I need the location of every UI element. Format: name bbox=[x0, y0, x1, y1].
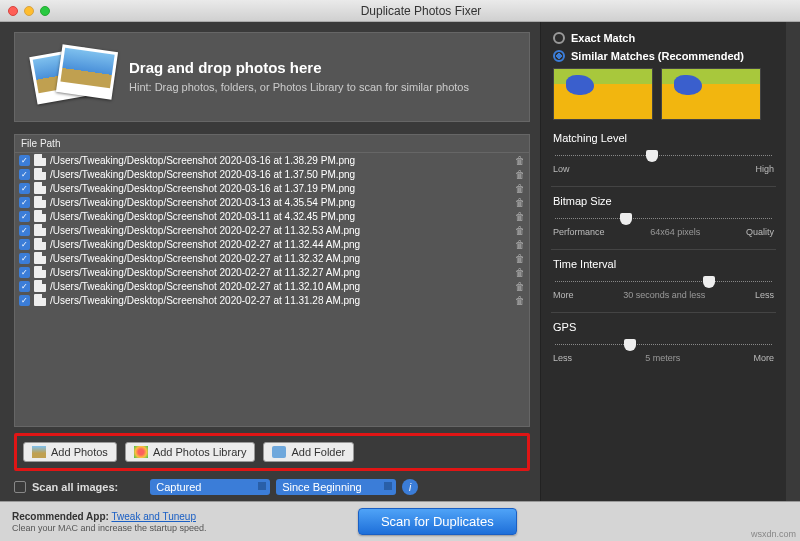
file-path: /Users/Tweaking/Desktop/Screenshot 2020-… bbox=[50, 169, 355, 180]
slider-mid-label: 30 seconds and less bbox=[623, 290, 705, 300]
gps-section: GPS Less 5 meters More bbox=[553, 321, 774, 363]
folder-icon bbox=[272, 446, 286, 458]
file-path: /Users/Tweaking/Desktop/Screenshot 2020-… bbox=[50, 239, 360, 250]
file-path: /Users/Tweaking/Desktop/Screenshot 2020-… bbox=[50, 211, 355, 222]
slider-mid-label: 5 meters bbox=[645, 353, 680, 363]
time-interval-title: Time Interval bbox=[553, 258, 774, 270]
checkbox-icon[interactable]: ✓ bbox=[19, 253, 30, 264]
file-path: /Users/Tweaking/Desktop/Screenshot 2020-… bbox=[50, 253, 360, 264]
time-interval-slider[interactable] bbox=[555, 278, 772, 286]
info-icon[interactable]: i bbox=[402, 479, 418, 495]
add-photos-button[interactable]: Add Photos bbox=[23, 442, 117, 462]
time-interval-section: Time Interval More 30 seconds and less L… bbox=[553, 258, 774, 300]
trash-icon[interactable]: 🗑 bbox=[515, 295, 525, 306]
recommended-link[interactable]: Tweak and Tuneup bbox=[111, 511, 196, 522]
captured-select[interactable]: Captured bbox=[150, 479, 270, 495]
scan-all-label: Scan all images: bbox=[32, 481, 118, 493]
file-row[interactable]: ✓/Users/Tweaking/Desktop/Screenshot 2020… bbox=[15, 181, 529, 195]
drop-heading: Drag and drop photos here bbox=[129, 59, 469, 76]
add-library-label: Add Photos Library bbox=[153, 446, 247, 458]
trash-icon[interactable]: 🗑 bbox=[515, 239, 525, 250]
file-row[interactable]: ✓/Users/Tweaking/Desktop/Screenshot 2020… bbox=[15, 209, 529, 223]
trash-icon[interactable]: 🗑 bbox=[515, 183, 525, 194]
similar-match-radio[interactable]: Similar Matches (Recommended) bbox=[553, 50, 774, 62]
file-icon bbox=[34, 154, 46, 166]
slider-right-label: Quality bbox=[746, 227, 774, 237]
checkbox-icon[interactable]: ✓ bbox=[19, 239, 30, 250]
file-row[interactable]: ✓/Users/Tweaking/Desktop/Screenshot 2020… bbox=[15, 167, 529, 181]
file-icon bbox=[34, 252, 46, 264]
radio-icon bbox=[553, 50, 565, 62]
slider-mid-label: 64x64 pixels bbox=[650, 227, 700, 237]
file-list: File Path ✓/Users/Tweaking/Desktop/Scree… bbox=[14, 134, 530, 427]
trash-icon[interactable]: 🗑 bbox=[515, 253, 525, 264]
slider-high-label: High bbox=[755, 164, 774, 174]
exact-match-radio[interactable]: Exact Match bbox=[553, 32, 774, 44]
footer-bar: Recommended App: Tweak and Tuneup Clean … bbox=[0, 501, 800, 541]
file-row[interactable]: ✓/Users/Tweaking/Desktop/Screenshot 2020… bbox=[15, 265, 529, 279]
recommended-app: Recommended App: Tweak and Tuneup Clean … bbox=[12, 511, 207, 533]
slider-right-label: Less bbox=[755, 290, 774, 300]
thumb-icon bbox=[661, 68, 761, 120]
file-row[interactable]: ✓/Users/Tweaking/Desktop/Screenshot 2020… bbox=[15, 223, 529, 237]
drop-zone[interactable]: Drag and drop photos here Hint: Drag pho… bbox=[14, 32, 530, 122]
window-title: Duplicate Photos Fixer bbox=[50, 4, 792, 18]
file-icon bbox=[34, 238, 46, 250]
matching-level-title: Matching Level bbox=[553, 132, 774, 144]
gps-slider[interactable] bbox=[555, 341, 772, 349]
since-select[interactable]: Since Beginning bbox=[276, 479, 396, 495]
minimize-icon[interactable] bbox=[24, 6, 34, 16]
add-folder-button[interactable]: Add Folder bbox=[263, 442, 354, 462]
slider-left-label: Performance bbox=[553, 227, 605, 237]
scan-all-checkbox[interactable] bbox=[14, 481, 26, 493]
file-row[interactable]: ✓/Users/Tweaking/Desktop/Screenshot 2020… bbox=[15, 293, 529, 307]
trash-icon[interactable]: 🗑 bbox=[515, 225, 525, 236]
checkbox-icon[interactable]: ✓ bbox=[19, 197, 30, 208]
file-path: /Users/Tweaking/Desktop/Screenshot 2020-… bbox=[50, 155, 355, 166]
matching-level-section: Matching Level Low High bbox=[553, 132, 774, 174]
file-icon bbox=[34, 182, 46, 194]
checkbox-icon[interactable]: ✓ bbox=[19, 211, 30, 222]
trash-icon[interactable]: 🗑 bbox=[515, 197, 525, 208]
gps-title: GPS bbox=[553, 321, 774, 333]
close-icon[interactable] bbox=[8, 6, 18, 16]
file-path: /Users/Tweaking/Desktop/Screenshot 2020-… bbox=[50, 295, 360, 306]
add-photos-library-button[interactable]: Add Photos Library bbox=[125, 442, 256, 462]
scan-options-row: Scan all images: Captured Since Beginnin… bbox=[14, 479, 530, 495]
file-row[interactable]: ✓/Users/Tweaking/Desktop/Screenshot 2020… bbox=[15, 279, 529, 293]
bitmap-size-slider[interactable] bbox=[555, 215, 772, 223]
trash-icon[interactable]: 🗑 bbox=[515, 169, 525, 180]
radio-icon bbox=[553, 32, 565, 44]
file-path: /Users/Tweaking/Desktop/Screenshot 2020-… bbox=[50, 225, 360, 236]
file-path: /Users/Tweaking/Desktop/Screenshot 2020-… bbox=[50, 197, 355, 208]
file-row[interactable]: ✓/Users/Tweaking/Desktop/Screenshot 2020… bbox=[15, 251, 529, 265]
checkbox-icon[interactable]: ✓ bbox=[19, 183, 30, 194]
recommended-sub: Clean your MAC and increase the startup … bbox=[12, 523, 207, 533]
library-icon bbox=[134, 446, 148, 458]
checkbox-icon[interactable]: ✓ bbox=[19, 155, 30, 166]
slider-low-label: Low bbox=[553, 164, 570, 174]
trash-icon[interactable]: 🗑 bbox=[515, 211, 525, 222]
photos-stack-icon bbox=[33, 46, 111, 108]
preview-thumbs bbox=[553, 68, 774, 120]
scan-duplicates-button[interactable]: Scan for Duplicates bbox=[358, 508, 517, 535]
trash-icon[interactable]: 🗑 bbox=[515, 267, 525, 278]
maximize-icon[interactable] bbox=[40, 6, 50, 16]
checkbox-icon[interactable]: ✓ bbox=[19, 169, 30, 180]
matching-level-slider[interactable] bbox=[555, 152, 772, 160]
checkbox-icon[interactable]: ✓ bbox=[19, 281, 30, 292]
file-icon bbox=[34, 224, 46, 236]
file-path: /Users/Tweaking/Desktop/Screenshot 2020-… bbox=[50, 267, 360, 278]
file-row[interactable]: ✓/Users/Tweaking/Desktop/Screenshot 2020… bbox=[15, 237, 529, 251]
file-path: /Users/Tweaking/Desktop/Screenshot 2020-… bbox=[50, 281, 360, 292]
file-icon bbox=[34, 266, 46, 278]
checkbox-icon[interactable]: ✓ bbox=[19, 267, 30, 278]
checkbox-icon[interactable]: ✓ bbox=[19, 295, 30, 306]
file-row[interactable]: ✓/Users/Tweaking/Desktop/Screenshot 2020… bbox=[15, 195, 529, 209]
trash-icon[interactable]: 🗑 bbox=[515, 281, 525, 292]
file-icon bbox=[34, 196, 46, 208]
file-row[interactable]: ✓/Users/Tweaking/Desktop/Screenshot 2020… bbox=[15, 153, 529, 167]
add-buttons-bar: Add Photos Add Photos Library Add Folder bbox=[14, 433, 530, 471]
checkbox-icon[interactable]: ✓ bbox=[19, 225, 30, 236]
trash-icon[interactable]: 🗑 bbox=[515, 155, 525, 166]
